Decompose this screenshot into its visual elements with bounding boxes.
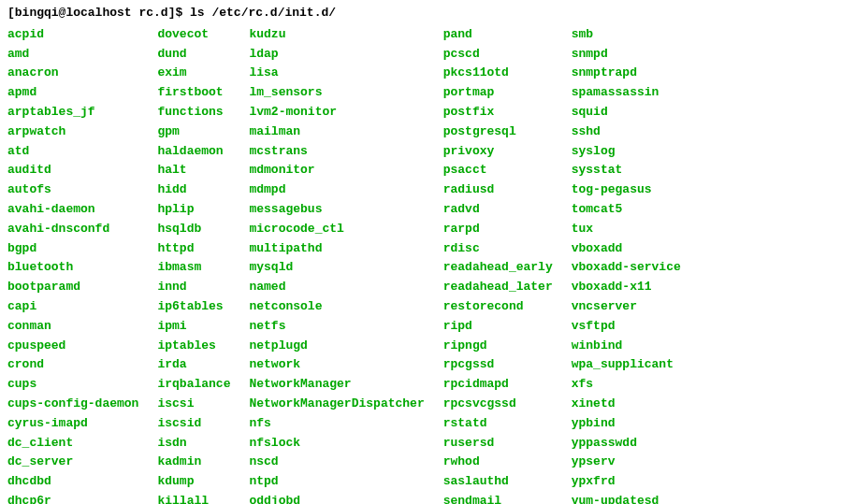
file-entry: rpcidmapd [443, 375, 553, 395]
file-entry: netfs [249, 317, 424, 337]
file-entry: network [249, 355, 424, 375]
file-entry: snmpd [572, 45, 681, 65]
file-entry: xinetd [572, 395, 681, 414]
file-entry: rwhod [443, 453, 553, 472]
file-entry: wpa_supplicant [572, 355, 681, 375]
file-entry: irqbalance [157, 375, 230, 395]
file-entry: dc_client [7, 434, 138, 454]
file-entry: tux [572, 220, 681, 239]
file-entry: saslauthd [443, 472, 553, 492]
file-entry: rstatd [443, 414, 553, 434]
file-entry: mdmpd [249, 180, 424, 200]
file-entry: crond [7, 355, 138, 375]
file-entry: conman [7, 317, 138, 337]
file-entry: tog-pegasus [572, 180, 681, 200]
file-entry: exim [157, 64, 230, 83]
file-entry: mysqld [249, 258, 424, 278]
file-entry: ypserv [572, 453, 681, 472]
file-entry: messagebus [249, 200, 424, 220]
file-entry: cyrus-imapd [7, 414, 138, 434]
file-entry: rpcsvcgssd [443, 395, 553, 414]
file-entry: apmd [7, 83, 138, 103]
file-entry: httpd [157, 239, 230, 259]
listing-column-3: pandpcscdpkcs11otdportmappostfixpostgres… [443, 25, 572, 504]
file-entry: halt [157, 161, 230, 180]
file-entry: radiusd [443, 180, 553, 200]
file-entry: irda [157, 355, 230, 375]
file-entry: auditd [7, 161, 138, 180]
file-entry: postgresql [443, 122, 553, 142]
file-entry: readahead_early [443, 258, 553, 278]
file-entry: lvm2-monitor [249, 103, 424, 122]
file-entry: rpcgssd [443, 355, 553, 375]
file-entry: yppasswdd [572, 434, 681, 454]
listing-column-4: smbsnmpdsnmptrapdspamassassinsquidsshdsy… [572, 25, 681, 504]
file-entry: privoxy [443, 142, 553, 162]
file-entry: sysstat [572, 161, 681, 180]
listing-column-1: dovecotdundeximfirstbootfunctionsgpmhald… [157, 25, 249, 504]
file-entry: ypbind [572, 414, 681, 434]
file-entry: ripngd [443, 337, 553, 356]
file-entry: nfs [249, 414, 424, 434]
file-entry: psacct [443, 161, 553, 180]
file-entry: kudzu [249, 25, 424, 45]
file-entry: vncserver [572, 297, 681, 317]
file-entry: nscd [249, 453, 424, 472]
file-entry: arpwatch [7, 122, 138, 142]
file-entry: iscsi [157, 395, 230, 414]
file-entry: dund [157, 45, 230, 65]
file-entry: functions [157, 103, 230, 122]
file-entry: microcode_ctl [249, 220, 424, 239]
file-entry: sendmail [443, 492, 553, 504]
file-entry: capi [7, 297, 138, 317]
file-entry: ldap [249, 45, 424, 65]
file-entry: ntpd [249, 472, 424, 492]
file-entry: ipmi [157, 317, 230, 337]
file-entry: NetworkManager [249, 375, 424, 395]
file-entry: autofs [7, 180, 138, 200]
file-entry: dhcp6r [7, 492, 138, 504]
file-entry: tomcat5 [572, 200, 681, 220]
file-entry: ripd [443, 317, 553, 337]
file-entry: hsqldb [157, 220, 230, 239]
shell-prompt: [bingqi@localhost rc.d]$ ls /etc/rc.d/in… [7, 4, 848, 23]
file-entry: cups [7, 375, 138, 395]
file-entry: gpm [157, 122, 230, 142]
listing-column-2: kudzuldaplisalm_sensorslvm2-monitormailm… [249, 25, 442, 504]
file-entry: restorecond [443, 297, 553, 317]
file-entry: mdmonitor [249, 161, 424, 180]
file-entry: arptables_jf [7, 103, 138, 122]
file-entry: snmptrapd [572, 64, 681, 83]
file-entry: yum-updatesd [572, 492, 681, 504]
file-entry: innd [157, 278, 230, 297]
file-entry: mailman [249, 122, 424, 142]
file-entry: vboxadd-x11 [572, 278, 681, 297]
file-entry: smb [572, 25, 681, 45]
file-entry: ibmasm [157, 258, 230, 278]
file-entry: dovecot [157, 25, 230, 45]
file-entry: NetworkManagerDispatcher [249, 395, 424, 414]
file-entry: ip6tables [157, 297, 230, 317]
file-entry: pcscd [443, 45, 553, 65]
file-entry: isdn [157, 434, 230, 454]
file-entry: squid [572, 103, 681, 122]
file-entry: hplip [157, 200, 230, 220]
file-entry: spamassassin [572, 83, 681, 103]
file-entry: pand [443, 25, 553, 45]
file-entry: netconsole [249, 297, 424, 317]
file-entry: rdisc [443, 239, 553, 259]
file-entry: anacron [7, 64, 138, 83]
file-entry: kadmin [157, 453, 230, 472]
file-entry: firstboot [157, 83, 230, 103]
file-entry: hidd [157, 180, 230, 200]
file-entry: dc_server [7, 453, 138, 472]
file-entry: ypxfrd [572, 472, 681, 492]
file-entry: radvd [443, 200, 553, 220]
file-entry: netplugd [249, 337, 424, 356]
file-entry: kdump [157, 472, 230, 492]
file-entry: vboxadd-service [572, 258, 681, 278]
file-entry: atd [7, 142, 138, 162]
file-entry: dhcdbd [7, 472, 138, 492]
file-entry: lm_sensors [249, 83, 424, 103]
file-entry: cups-config-daemon [7, 395, 138, 414]
